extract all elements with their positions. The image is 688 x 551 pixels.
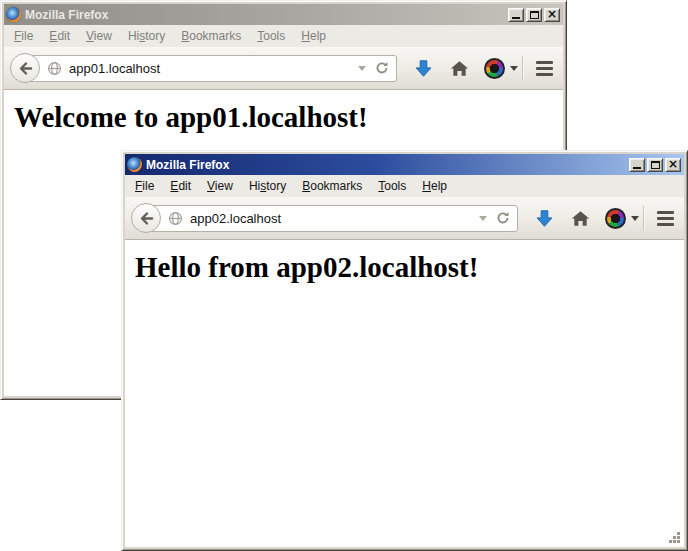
- addon-button[interactable]: [484, 58, 518, 79]
- globe-icon[interactable]: [47, 61, 62, 76]
- back-button[interactable]: [10, 53, 40, 83]
- chevron-down-icon: [631, 216, 639, 221]
- download-button[interactable]: [414, 59, 433, 78]
- hamburger-icon: [657, 211, 674, 214]
- maximize-icon: [530, 11, 539, 19]
- menu-item-tools[interactable]: Tools: [370, 176, 414, 196]
- menu-item-help[interactable]: Help: [414, 176, 455, 196]
- resize-grip-icon[interactable]: [669, 532, 681, 544]
- reload-button[interactable]: [375, 61, 389, 75]
- firefox-logo-icon: [6, 7, 21, 22]
- close-icon: ×: [668, 158, 678, 170]
- hamburger-menu-button[interactable]: [657, 211, 674, 226]
- window-controls: ×: [508, 8, 560, 22]
- menu-item-history[interactable]: History: [120, 26, 173, 46]
- maximize-icon: [651, 161, 660, 169]
- menu-item-bookmarks[interactable]: Bookmarks: [173, 26, 249, 46]
- close-icon: ×: [547, 8, 557, 20]
- menu-item-view[interactable]: View: [78, 26, 120, 46]
- minimize-button[interactable]: [629, 158, 645, 172]
- home-icon: [571, 210, 590, 227]
- minimize-button[interactable]: [508, 8, 524, 22]
- page-heading: Hello from app02.localhost!: [135, 251, 684, 284]
- desktop: Mozilla Firefox × FileEditViewHistoryBoo…: [0, 0, 688, 551]
- menu-item-history[interactable]: History: [241, 176, 294, 196]
- hamburger-icon: [536, 61, 553, 64]
- reload-button[interactable]: [496, 211, 510, 225]
- hamburger-menu-button[interactable]: [536, 61, 553, 76]
- globe-icon[interactable]: [168, 211, 183, 226]
- menu-item-file[interactable]: File: [127, 176, 162, 196]
- home-icon: [450, 60, 469, 77]
- close-button[interactable]: ×: [544, 8, 560, 22]
- menu-item-edit[interactable]: Edit: [41, 26, 78, 46]
- home-button[interactable]: [450, 60, 469, 77]
- menu-item-bookmarks[interactable]: Bookmarks: [294, 176, 370, 196]
- menu-item-help[interactable]: Help: [293, 26, 334, 46]
- window-controls: ×: [629, 158, 681, 172]
- toolbar-separator: [522, 56, 523, 80]
- menu-item-edit[interactable]: Edit: [162, 176, 199, 196]
- firefox-logo-icon: [127, 157, 142, 172]
- window-title: Mozilla Firefox: [146, 158, 625, 172]
- window-app02: Mozilla Firefox × FileEditViewHistoryBoo…: [121, 150, 688, 551]
- url-bar[interactable]: app02.localhost: [148, 205, 518, 232]
- minimize-icon: [633, 167, 641, 169]
- titlebar[interactable]: Mozilla Firefox ×: [125, 154, 684, 175]
- page-heading: Welcome to app01.localhost!: [14, 101, 563, 134]
- addon-button[interactable]: [605, 208, 639, 229]
- navigation-toolbar: app01.localhost: [4, 47, 563, 90]
- download-arrow-icon: [414, 59, 433, 78]
- chevron-down-icon: [510, 66, 518, 71]
- minimize-icon: [512, 17, 520, 19]
- menu-item-tools[interactable]: Tools: [249, 26, 293, 46]
- chevron-down-icon[interactable]: [479, 216, 487, 221]
- menu-item-view[interactable]: View: [199, 176, 241, 196]
- download-button[interactable]: [535, 209, 554, 228]
- titlebar[interactable]: Mozilla Firefox ×: [4, 4, 563, 25]
- url-bar[interactable]: app01.localhost: [27, 55, 397, 82]
- menu-item-file[interactable]: File: [6, 26, 41, 46]
- maximize-button[interactable]: [647, 158, 663, 172]
- maximize-button[interactable]: [526, 8, 542, 22]
- menu-bar: FileEditViewHistoryBookmarksToolsHelp: [4, 25, 563, 47]
- page-content: Hello from app02.localhost!: [125, 240, 684, 547]
- url-text[interactable]: app02.localhost: [190, 211, 479, 226]
- back-button[interactable]: [131, 203, 161, 233]
- color-wheel-icon: [605, 208, 626, 229]
- menu-bar: FileEditViewHistoryBookmarksToolsHelp: [125, 175, 684, 197]
- close-button[interactable]: ×: [665, 158, 681, 172]
- back-arrow-icon: [17, 60, 34, 77]
- navigation-toolbar: app02.localhost: [125, 197, 684, 240]
- home-button[interactable]: [571, 210, 590, 227]
- toolbar-separator: [643, 206, 644, 230]
- chevron-down-icon[interactable]: [358, 66, 366, 71]
- back-arrow-icon: [138, 210, 155, 227]
- color-wheel-icon: [484, 58, 505, 79]
- download-arrow-icon: [535, 209, 554, 228]
- url-text[interactable]: app01.localhost: [69, 61, 358, 76]
- window-title: Mozilla Firefox: [25, 8, 504, 22]
